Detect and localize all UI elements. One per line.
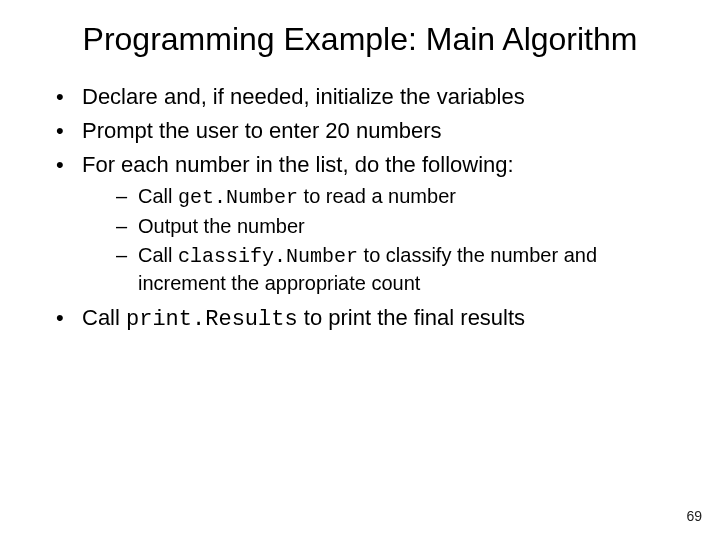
slide-title: Programming Example: Main Algorithm	[40, 20, 680, 58]
bullet-item: Declare and, if needed, initialize the v…	[56, 82, 680, 112]
page-number: 69	[686, 508, 702, 524]
text: to print the final results	[298, 305, 525, 330]
text: Call	[138, 244, 178, 266]
code-text: get.Number	[178, 186, 298, 209]
bullet-text: For each number in the list, do the foll…	[82, 152, 514, 177]
code-text: classify.Number	[178, 245, 358, 268]
slide: Programming Example: Main Algorithm Decl…	[0, 0, 720, 540]
bullet-item: Prompt the user to enter 20 numbers	[56, 116, 680, 146]
code-text: print.Results	[126, 307, 298, 332]
sub-bullet-item: Call classify.Number to classify the num…	[116, 242, 680, 297]
sub-bullet-list: Call get.Number to read a number Output …	[82, 183, 680, 297]
text: Call	[138, 185, 178, 207]
text: Call	[82, 305, 126, 330]
bullet-item: For each number in the list, do the foll…	[56, 150, 680, 298]
text: to read a number	[298, 185, 456, 207]
sub-bullet-item: Output the number	[116, 213, 680, 240]
sub-bullet-item: Call get.Number to read a number	[116, 183, 680, 211]
bullet-item: Call print.Results to print the final re…	[56, 303, 680, 335]
bullet-list: Declare and, if needed, initialize the v…	[40, 82, 680, 335]
